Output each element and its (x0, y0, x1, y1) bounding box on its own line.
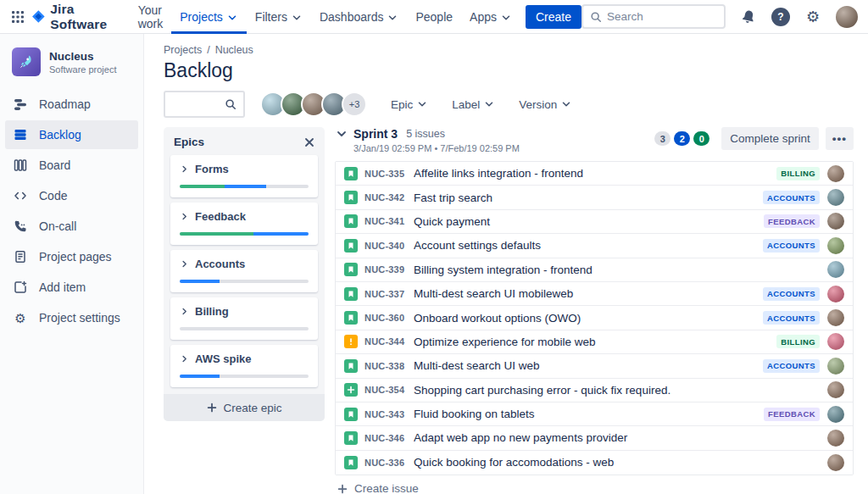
epic-card-feedback[interactable]: Feedback (170, 203, 318, 245)
issue-row[interactable]: NUC-338Multi-dest search UI webACCOUNTS (336, 354, 853, 378)
assignee-avatar[interactable] (827, 358, 844, 375)
issue-title: Account settings defaults (414, 239, 756, 252)
filter-dropdown-epic[interactable]: Epic (391, 98, 428, 111)
issue-row[interactable]: NUC-342Fast trip searchACCOUNTS (336, 186, 853, 209)
issue-row[interactable]: NUC-344Optimize experience for mobile we… (336, 330, 853, 354)
board-search[interactable] (164, 91, 245, 118)
sidebar-item-label: Backlog (39, 128, 81, 142)
sidebar-item-roadmap[interactable]: Roadmap (5, 90, 138, 119)
create-epic-button[interactable]: Create epic (164, 394, 325, 421)
chevron-down-icon (500, 12, 512, 24)
nav-item-apps[interactable]: Apps (461, 0, 520, 34)
nav-item-dashboards[interactable]: Dashboards (311, 0, 408, 34)
sidebar-item-board[interactable]: Board (5, 151, 138, 180)
app-switcher-icon[interactable] (8, 5, 28, 29)
assignee-avatar[interactable] (827, 381, 844, 398)
progress-segment (225, 185, 266, 188)
issue-row[interactable]: NUC-335Affelite links integration - fron… (336, 162, 853, 186)
notification-bell-icon[interactable] (737, 6, 760, 28)
assignee-avatar[interactable] (827, 237, 844, 254)
project-type: Software project (49, 64, 116, 75)
code-icon (12, 189, 29, 203)
chevron-right-icon[interactable] (180, 212, 189, 221)
chevron-right-icon[interactable] (180, 307, 189, 316)
sidebar-item-label: Project settings (39, 311, 120, 325)
breadcrumb-projects[interactable]: Projects (164, 44, 202, 56)
nav-item-projects[interactable]: Projects (171, 0, 247, 34)
sidebar-item-label: Add item (39, 280, 86, 294)
assignee-avatar[interactable] (827, 333, 844, 350)
content: Projects / Nucleus Backlog +3 EpicLabelV… (144, 34, 868, 494)
backlog-icon (12, 128, 29, 142)
issue-row[interactable]: NUC-360Onboard workout options (OWO)ACCO… (336, 306, 853, 330)
chevron-down-icon[interactable] (335, 127, 348, 141)
project-sidebar: Nucleus Software project RoadmapBacklogB… (0, 34, 144, 494)
settings-gear-icon[interactable]: ⚙ (802, 6, 824, 28)
chevron-right-icon[interactable] (180, 354, 189, 364)
sprint-name[interactable]: Sprint 3 (353, 127, 398, 141)
epic-card-forms[interactable]: Forms (170, 155, 318, 197)
sidebar-item-project-pages[interactable]: Project pages (5, 242, 138, 271)
nav-item-people[interactable]: People (407, 0, 461, 34)
complete-sprint-button[interactable]: Complete sprint (721, 127, 819, 150)
sidebar-items: RoadmapBacklogBoardCodeOn-callProject pa… (0, 86, 143, 332)
issue-row[interactable]: NUC-339Billing system integration - fron… (336, 258, 853, 282)
user-avatar[interactable] (836, 6, 858, 28)
create-issue-button[interactable]: Create issue (335, 482, 854, 494)
issue-title: Adapt web app no new payments provider (414, 431, 821, 444)
assignee-avatar[interactable] (827, 213, 844, 230)
jira-logo[interactable]: Jira Software (31, 2, 118, 32)
search-icon (590, 11, 602, 23)
issue-row[interactable]: NUC-346Adapt web app no new payments pro… (336, 426, 853, 450)
breadcrumb-nucleus[interactable]: Nucleus (215, 44, 253, 56)
assignee-avatar[interactable] (827, 165, 844, 182)
issue-row[interactable]: NUC-336Quick booking for accomodations -… (336, 451, 853, 475)
breadcrumb: Projects / Nucleus (164, 44, 868, 56)
sidebar-item-on-call[interactable]: On-call (5, 212, 138, 241)
filter-dropdown-version[interactable]: Version (519, 98, 572, 111)
chevron-right-icon[interactable] (180, 164, 189, 174)
nav-item-your-work[interactable]: Your work (130, 0, 172, 34)
close-icon[interactable] (304, 137, 314, 147)
epic-card-billing[interactable]: Billing (170, 297, 318, 340)
avatar-overflow-badge[interactable]: +3 (342, 92, 367, 117)
progress-segment (180, 280, 220, 283)
global-search-input[interactable] (607, 10, 717, 23)
filter-dropdown-label[interactable]: Label (452, 98, 495, 111)
sidebar-item-add-item[interactable]: Add item (5, 273, 138, 302)
board-search-input[interactable] (172, 98, 225, 111)
issue-key: NUC-342 (364, 192, 407, 203)
assignee-avatar[interactable] (827, 189, 844, 206)
epic-card-accounts[interactable]: Accounts (170, 250, 318, 292)
help-icon[interactable]: ? (771, 8, 790, 26)
sprint-more-icon[interactable]: ••• (826, 127, 854, 150)
project-header[interactable]: Nucleus Software project (0, 46, 143, 86)
nav-item-label: Projects (180, 10, 223, 24)
assignee-avatar[interactable] (827, 261, 844, 278)
issue-row[interactable]: NUC-341Quick paymentFEEDBACK (336, 210, 853, 234)
issue-type-story-icon (344, 239, 358, 253)
create-button[interactable]: Create (526, 5, 581, 29)
sidebar-item-project-settings[interactable]: ⚙Project settings (5, 303, 138, 332)
issue-key: NUC-341 (364, 216, 407, 226)
issue-row[interactable]: NUC-343Fluid booking on tabletsFEEDBACK (336, 402, 853, 426)
sidebar-item-backlog[interactable]: Backlog (5, 120, 138, 149)
roadmap-icon (12, 97, 29, 111)
sidebar-item-code[interactable]: Code (5, 181, 138, 210)
global-search[interactable] (581, 4, 726, 29)
assignee-avatar[interactable] (827, 309, 844, 326)
epics-panel: Epics FormsFeedbackAccountsBillingAWS sp… (164, 127, 325, 421)
nav-item-filters[interactable]: Filters (247, 0, 311, 34)
assignee-avatar[interactable] (827, 430, 844, 447)
assignee-avatar[interactable] (827, 406, 844, 423)
issue-type-story-icon (344, 431, 358, 445)
issue-row[interactable]: NUC-340Account settings defaultsACCOUNTS (336, 234, 853, 258)
issue-row[interactable]: NUC-354Shopping cart purchasing error - … (336, 379, 853, 402)
assignee-avatar[interactable] (827, 454, 844, 471)
issue-row[interactable]: NUC-337Multi-dest search UI mobilewebACC… (336, 282, 853, 306)
assignee-avatar[interactable] (827, 286, 844, 303)
epic-card-aws-spike[interactable]: AWS spike (170, 345, 318, 387)
chevron-right-icon[interactable] (180, 259, 189, 269)
brand-name: Jira Software (50, 2, 117, 32)
progress-segment (180, 185, 225, 188)
